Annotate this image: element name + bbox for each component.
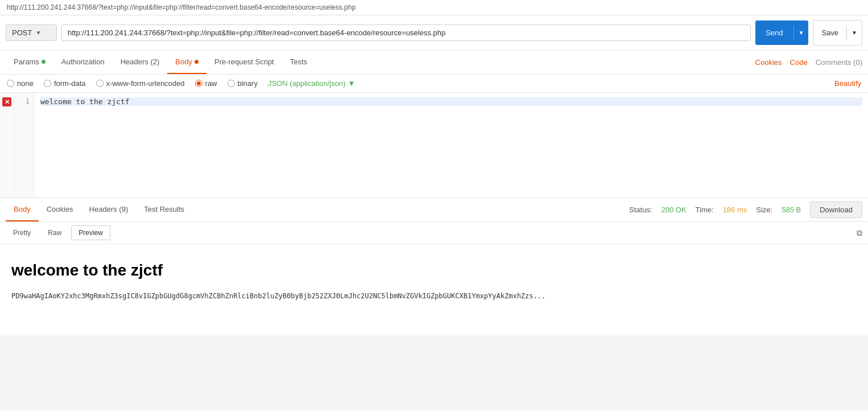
- radio-none[interactable]: none: [7, 79, 34, 88]
- request-tabs-row: Params Authorization Headers (2) Body Pr…: [0, 51, 868, 75]
- download-button[interactable]: Download: [810, 202, 862, 218]
- radio-form-data[interactable]: form-data: [44, 79, 86, 88]
- response-tab-body[interactable]: Body: [6, 198, 39, 221]
- body-dot: [195, 60, 199, 64]
- preview-label: Preview: [78, 229, 103, 237]
- tab-headers[interactable]: Headers (2): [113, 51, 168, 74]
- save-label: Save: [813, 24, 846, 41]
- body-options-row: none form-data x-www-form-urlencoded raw…: [0, 75, 868, 93]
- radio-binary-label: binary: [238, 79, 258, 88]
- top-url-bar: http://111.200.241.244:37668/?text=php:/…: [0, 0, 868, 15]
- radio-none-label: none: [17, 79, 34, 88]
- radio-binary[interactable]: binary: [228, 79, 258, 88]
- tab-pre-request-script[interactable]: Pre-request Script: [206, 51, 282, 74]
- radio-raw-label: raw: [205, 79, 217, 88]
- time-label: Time:: [696, 206, 714, 214]
- response-tabs-left: Body Cookies Headers (9) Test Results: [6, 198, 629, 221]
- preview-heading: welcome to the zjctf: [11, 261, 857, 280]
- size-label: Size:: [756, 206, 772, 214]
- line-number-1: 1: [19, 97, 30, 105]
- response-headers-label: Headers (9): [89, 205, 129, 213]
- send-label: Send: [755, 24, 793, 41]
- pretty-label: Pretty: [13, 229, 31, 237]
- preview-subtab-pretty[interactable]: Pretty: [6, 225, 38, 240]
- tab-comments[interactable]: Comments (0): [816, 58, 862, 67]
- line-numbers: 1: [14, 93, 35, 198]
- tab-authorization[interactable]: Authorization: [53, 51, 113, 74]
- size-value: 585 B: [782, 206, 801, 214]
- radio-urlencoded[interactable]: x-www-form-urlencoded: [96, 79, 185, 88]
- code-line-1: welcome to the zjctf: [40, 97, 862, 106]
- response-tabs-row: Body Cookies Headers (9) Test Results St…: [0, 198, 868, 222]
- beautify-button[interactable]: Beautify: [834, 79, 861, 88]
- top-url-text: http://111.200.241.244:37668/?text=php:/…: [7, 3, 356, 11]
- time-value: 186 ms: [723, 206, 747, 214]
- raw-label: Raw: [48, 229, 61, 237]
- response-tab-headers[interactable]: Headers (9): [81, 198, 137, 221]
- error-x-icon[interactable]: ✕: [2, 97, 11, 106]
- tab-tests[interactable]: Tests: [282, 51, 315, 74]
- method-select[interactable]: POST ▼: [6, 24, 57, 41]
- code-content[interactable]: welcome to the zjctf: [35, 93, 868, 198]
- request-bar: POST ▼ Send ▼ Save ▼: [0, 15, 868, 51]
- preview-content: welcome to the zjctf PD9waHAgIAoKY2xhc3M…: [0, 244, 868, 335]
- send-button[interactable]: Send ▼: [755, 20, 808, 45]
- tab-params-label: Params: [14, 57, 39, 66]
- save-dropdown-icon[interactable]: ▼: [846, 26, 862, 40]
- tab-pre-request-label: Pre-request Script: [214, 57, 274, 66]
- preview-subtab-raw[interactable]: Raw: [40, 225, 69, 240]
- error-indicator: ✕: [0, 93, 14, 198]
- radio-form-data-label: form-data: [54, 79, 86, 88]
- save-button[interactable]: Save ▼: [813, 20, 862, 46]
- request-tabs-right: Cookies Code Comments (0): [755, 58, 862, 67]
- radio-binary-circle: [228, 80, 235, 87]
- radio-form-data-circle: [44, 80, 51, 87]
- response-tab-test-results[interactable]: Test Results: [136, 198, 192, 221]
- response-test-results-label: Test Results: [144, 205, 184, 213]
- method-label: POST: [12, 28, 32, 37]
- radio-raw-circle: [195, 80, 202, 87]
- preview-subtabs: Pretty Raw Preview ⧉: [0, 222, 868, 244]
- json-type-selector[interactable]: JSON (application/json) ▼: [268, 79, 355, 88]
- radio-urlencoded-circle: [96, 80, 104, 87]
- response-tab-cookies[interactable]: Cookies: [39, 198, 81, 221]
- preview-subtab-preview[interactable]: Preview: [71, 225, 110, 240]
- tab-tests-label: Tests: [290, 57, 307, 66]
- radio-none-circle: [7, 80, 14, 87]
- tab-params[interactable]: Params: [6, 51, 53, 74]
- code-editor: ✕ 1 welcome to the zjctf: [0, 93, 868, 198]
- json-type-chevron-icon: ▼: [348, 79, 355, 88]
- send-dropdown-icon[interactable]: ▼: [793, 26, 809, 40]
- response-cookies-label: Cookies: [47, 205, 73, 213]
- status-label: Status:: [629, 206, 652, 214]
- preview-encoded-text: PD9waHAgIAoKY2xhc3MgRmxhZ3sgIC8vIGZpbGUg…: [11, 291, 857, 301]
- response-info: Status: 200 OK Time: 186 ms Size: 585 B …: [629, 202, 862, 218]
- radio-urlencoded-label: x-www-form-urlencoded: [106, 79, 185, 88]
- method-chevron-icon: ▼: [35, 30, 41, 36]
- params-dot: [42, 60, 46, 64]
- tab-body[interactable]: Body: [167, 51, 206, 74]
- tab-authorization-label: Authorization: [61, 57, 105, 66]
- request-tabs-left: Params Authorization Headers (2) Body Pr…: [6, 51, 755, 74]
- json-type-label: JSON (application/json): [268, 79, 346, 88]
- status-value: 200 OK: [662, 206, 687, 214]
- tab-headers-label: Headers (2): [121, 57, 160, 66]
- tab-body-label: Body: [175, 57, 192, 66]
- radio-raw[interactable]: raw: [195, 79, 217, 88]
- response-body-label: Body: [14, 205, 31, 213]
- copy-icon[interactable]: ⧉: [857, 228, 862, 238]
- tab-cookies[interactable]: Cookies: [755, 58, 782, 67]
- url-input[interactable]: [61, 24, 751, 41]
- tab-code[interactable]: Code: [790, 58, 808, 67]
